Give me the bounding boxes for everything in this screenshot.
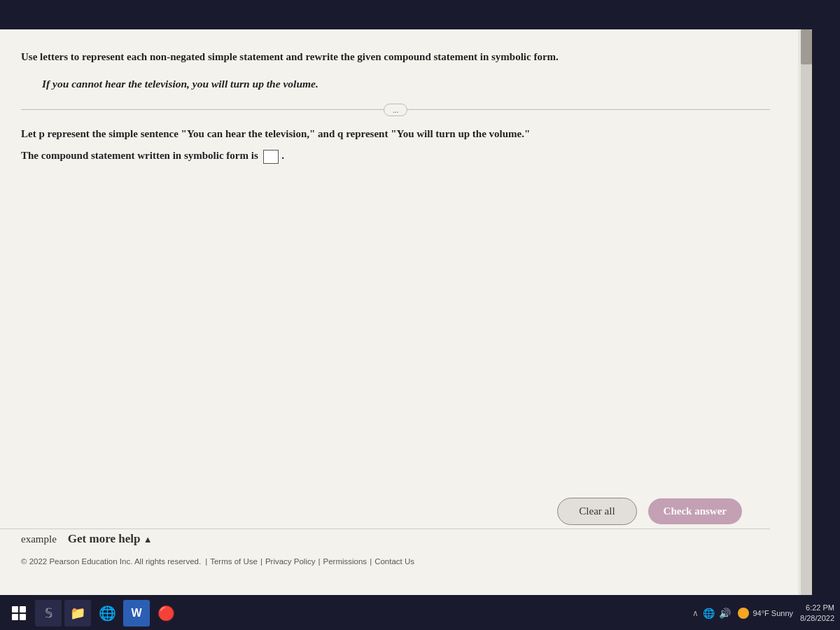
compound-statement-line: The compound statement written in symbol… [21, 150, 770, 164]
system-tray: ∧ 🌐 🔊 [692, 608, 731, 619]
button-row: Clear all Check answer [557, 498, 742, 525]
scrollbar-thumb[interactable] [801, 29, 812, 64]
clock-display[interactable]: 6:22 PM 8/28/2022 [800, 603, 834, 624]
taskbar-right-area: ∧ 🌐 🔊 94°F Sunny 6:22 PM 8/28/2022 [692, 603, 834, 624]
taskbar-file-explorer-icon[interactable]: 📁 [64, 600, 91, 626]
weather-text: 94°F Sunny [752, 609, 793, 617]
let-p-text: Let p represent the simple sentence "You… [21, 128, 770, 140]
taskbar: 𝕊 📁 🌐 W 🔴 ∧ 🌐 🔊 94°F Sunny 6:22 PM 8/28/… [0, 596, 840, 630]
permissions-link[interactable]: Permissions [323, 557, 367, 566]
divider-dots: ... [384, 104, 407, 116]
network-icon[interactable]: 🌐 [703, 608, 715, 619]
footer-links-row: © 2022 Pearson Education Inc. All rights… [0, 554, 770, 568]
footer-copyright: © 2022 Pearson Education Inc. All rights… [21, 557, 201, 566]
taskbar-app-icon[interactable]: 🔴 [153, 600, 179, 626]
terms-link[interactable]: Terms of Use [210, 557, 258, 566]
get-more-help-button[interactable]: Get more help ▲ [68, 532, 153, 546]
bottom-nav-row: example Get more help ▲ [0, 528, 770, 549]
check-answer-button[interactable]: Check answer [648, 498, 742, 524]
taskbar-search-icon[interactable]: 𝕊 [35, 600, 62, 626]
taskbar-word-icon[interactable]: W [123, 600, 150, 626]
privacy-link[interactable]: Privacy Policy [265, 557, 316, 566]
start-button[interactable] [6, 600, 32, 626]
taskbar-edge-icon[interactable]: 🌐 [94, 600, 120, 626]
chevron-up-icon[interactable]: ∧ [692, 608, 699, 618]
time-display: 6:22 PM [800, 603, 834, 613]
clear-all-button[interactable]: Clear all [557, 498, 636, 525]
weather-sun-icon [738, 608, 749, 619]
scrollbar[interactable] [801, 29, 812, 595]
date-display: 8/28/2022 [800, 613, 834, 624]
weather-widget[interactable]: 94°F Sunny [738, 608, 793, 619]
contact-link[interactable]: Contact Us [374, 557, 414, 566]
given-statement: If you cannot hear the television, you w… [42, 78, 770, 90]
instruction-text: Use letters to represent each non-negate… [21, 49, 770, 65]
volume-icon[interactable]: 🔊 [719, 608, 731, 619]
example-label: example [21, 533, 57, 545]
answer-blank[interactable] [263, 150, 279, 164]
